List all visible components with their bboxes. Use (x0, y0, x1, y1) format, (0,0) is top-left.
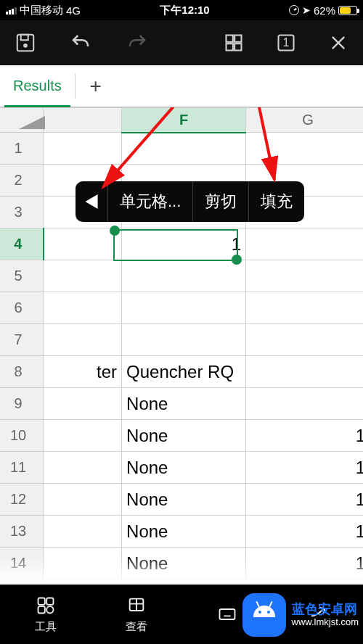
tab-results[interactable]: Results (0, 65, 75, 107)
cell-f13[interactable]: None (122, 516, 246, 548)
row-header-6[interactable]: 6 (0, 292, 44, 324)
row-header-12[interactable]: 12 (0, 484, 44, 516)
row-header-8[interactable]: 8 (0, 356, 44, 388)
row-header-10[interactable]: 10 (0, 420, 44, 452)
cell-g1[interactable] (246, 133, 364, 165)
cell-g13[interactable]: 1 (246, 516, 364, 548)
cell-f10[interactable]: None (122, 420, 246, 452)
sheet-tabs: Results + (0, 65, 363, 107)
cell-f9[interactable]: None (122, 388, 246, 420)
svg-point-2 (24, 44, 27, 47)
svg-rect-6 (234, 44, 241, 50)
cell-f7[interactable] (122, 324, 246, 356)
bottom-tools-label: 工具 (35, 620, 57, 634)
svg-rect-5 (227, 44, 233, 50)
bottom-tools-button[interactable]: 工具 (0, 585, 91, 644)
cell-g8[interactable] (246, 356, 364, 388)
bottom-fade (0, 556, 363, 585)
android-icon (251, 606, 277, 624)
cell-f5[interactable] (122, 260, 246, 292)
svg-point-14 (46, 606, 53, 613)
svg-rect-1 (21, 35, 28, 41)
row-header-13[interactable]: 13 (0, 516, 44, 548)
app-toolbar: 1 (0, 20, 363, 65)
cell-g10[interactable]: 1 (246, 420, 364, 452)
alarm-icon (289, 5, 299, 15)
row-header-3[interactable]: 3 (0, 197, 44, 228)
svg-rect-0 (17, 35, 34, 51)
cell-f1[interactable] (122, 133, 246, 165)
row-header-5[interactable]: 5 (0, 260, 44, 292)
status-right: ➤ 62% ⚡ (289, 4, 357, 17)
cell-f8[interactable]: Quencher RQ (122, 356, 246, 388)
cell-g9[interactable] (246, 388, 364, 420)
save-button[interactable] (15, 32, 36, 54)
svg-rect-11 (38, 598, 44, 604)
spreadsheet[interactable]: F G 1 2 3{"code":0,"data":null," 41 5 6 … (0, 107, 363, 585)
status-bar: 中国移动 4G 下午12:10 ➤ 62% ⚡ (0, 0, 363, 20)
svg-rect-3 (227, 36, 233, 42)
battery-pct-label: 62% (314, 4, 335, 17)
context-menu-cut-button[interactable]: 剪切 (193, 181, 248, 222)
cell-e1[interactable] (44, 133, 122, 165)
cell-f6[interactable] (122, 292, 246, 324)
row-header-1[interactable]: 1 (0, 133, 44, 165)
cell-e6[interactable] (44, 292, 122, 324)
cell-g5[interactable] (246, 260, 364, 292)
plus-icon: + (90, 75, 102, 98)
status-left: 中国移动 4G (6, 4, 81, 17)
cell-g12[interactable]: 1 (246, 484, 364, 516)
cell-g4[interactable] (246, 228, 364, 260)
col-header-e[interactable] (44, 108, 122, 133)
context-menu-prev-button[interactable] (76, 181, 107, 222)
redo-button[interactable] (125, 32, 150, 54)
cell-e8[interactable]: ter (44, 356, 122, 388)
cell-g11[interactable]: 1 (246, 452, 364, 484)
watermark-url: www.lmkjst.com (292, 617, 359, 627)
watermark: 蓝色安卓网 www.lmkjst.com (242, 593, 359, 637)
svg-marker-8 (85, 194, 97, 209)
cell-e13[interactable] (44, 516, 122, 548)
cell-e5[interactable] (44, 260, 122, 292)
view-icon (125, 595, 148, 616)
cell-f12[interactable]: None (122, 484, 246, 516)
cell-e12[interactable] (44, 484, 122, 516)
cell-f11[interactable]: None (122, 452, 246, 484)
row-header-2[interactable]: 2 (0, 165, 44, 197)
context-menu: 单元格... 剪切 填充 (76, 181, 304, 222)
row-header-7[interactable]: 7 (0, 324, 44, 356)
close-button[interactable] (328, 33, 348, 53)
cell-e7[interactable] (44, 324, 122, 356)
cell-f4[interactable]: 1 (122, 228, 246, 260)
row-header-9[interactable]: 9 (0, 388, 44, 420)
watermark-title: 蓝色安卓网 (292, 603, 359, 617)
cell-e4[interactable] (44, 228, 122, 260)
context-menu-fill-button[interactable]: 填充 (249, 181, 304, 222)
svg-rect-12 (46, 598, 53, 604)
tab-results-label: Results (13, 78, 62, 94)
svg-rect-4 (234, 36, 241, 42)
signal-icon (6, 6, 17, 15)
add-sheet-button[interactable]: + (76, 75, 116, 98)
cell-e11[interactable] (44, 452, 122, 484)
bottom-view-button[interactable]: 查看 (91, 585, 182, 644)
network-label: 4G (66, 4, 81, 17)
context-menu-cell-button[interactable]: 单元格... (108, 181, 192, 222)
sheet-count-label: 1 (276, 33, 296, 53)
grid-view-button[interactable] (224, 33, 244, 53)
tools-icon (34, 595, 57, 616)
col-header-f[interactable]: F (122, 108, 246, 133)
location-icon: ➤ (302, 4, 311, 16)
cell-e9[interactable] (44, 388, 122, 420)
watermark-badge (242, 593, 286, 637)
row-header-4[interactable]: 4 (0, 228, 44, 260)
select-all-corner[interactable] (4, 107, 49, 132)
sheet-count-button[interactable]: 1 (276, 33, 296, 53)
cell-g7[interactable] (246, 324, 364, 356)
undo-button[interactable] (68, 32, 93, 54)
row-header-11[interactable]: 11 (0, 452, 44, 484)
svg-rect-13 (38, 606, 44, 613)
col-header-g[interactable]: G (246, 108, 364, 133)
cell-e10[interactable] (44, 420, 122, 452)
cell-g6[interactable] (246, 292, 364, 324)
